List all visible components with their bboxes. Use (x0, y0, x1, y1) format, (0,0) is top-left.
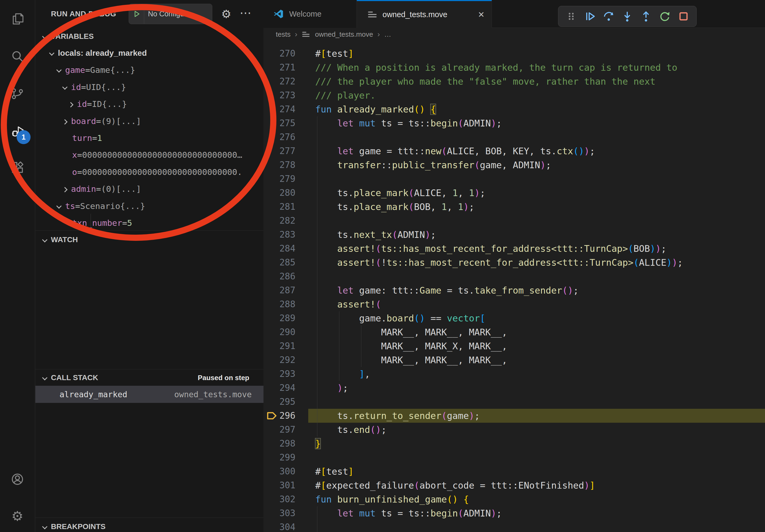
code-text[interactable]: MARK__, MARK__, MARK__, (315, 353, 507, 367)
code-text[interactable]: ts.end(); (315, 423, 386, 437)
call-stack-section-header[interactable]: CALL STACK Paused on step (42, 371, 257, 384)
code-text[interactable]: ], (315, 367, 370, 381)
line-number[interactable]: 301 (264, 478, 296, 492)
step-out-button[interactable] (640, 10, 652, 23)
search-icon[interactable] (10, 49, 24, 63)
breadcrumb-item-tests[interactable]: tests (276, 30, 291, 39)
code-text[interactable]: ts.place_mark(BOB, 1, 1); (315, 200, 474, 214)
line-number[interactable]: 292 (264, 353, 296, 367)
code-text[interactable]: ts.next_tx(ADMIN); (315, 228, 436, 242)
variable-row-o[interactable]: o = 0000000000000000000000000000000. (35, 164, 300, 179)
code-text[interactable]: MARK__, MARK_X, MARK__, (315, 339, 507, 353)
variable-row-txn_number[interactable]: txn_number = 5 (35, 215, 300, 230)
variable-row-id[interactable]: id = ID{...} (35, 97, 297, 112)
line-number[interactable]: 283 (264, 228, 296, 242)
line-number[interactable]: 285 (264, 256, 296, 269)
watch-section-header[interactable]: WATCH (42, 233, 78, 246)
line-number[interactable]: 281 (264, 200, 296, 214)
line-number[interactable]: 290 (264, 325, 296, 339)
code-text[interactable]: assert!(!ts::has_most_recent_for_address… (315, 256, 683, 269)
tab-welcome[interactable]: Welcome (264, 0, 357, 28)
variable-row-admin[interactable]: admin = (0)[...] (35, 181, 291, 196)
line-number[interactable]: 274 (264, 102, 296, 116)
line-number[interactable]: 272 (264, 75, 296, 89)
step-into-button[interactable] (621, 10, 634, 23)
code-text[interactable]: MARK__, MARK__, MARK__, (315, 325, 507, 339)
line-number[interactable]: 273 (264, 89, 296, 102)
account-icon[interactable] (10, 472, 24, 486)
code-text[interactable]: let mut ts = ts::begin(ADMIN); (315, 506, 502, 520)
code-text[interactable]: #[test] (315, 47, 354, 61)
line-number[interactable]: 278 (264, 158, 296, 172)
drag-handle[interactable] (565, 10, 578, 23)
line-number[interactable]: 282 (264, 214, 296, 228)
line-number[interactable]: 288 (264, 297, 296, 311)
line-number[interactable]: 279 (264, 172, 296, 186)
code-text[interactable]: assert!( (315, 297, 381, 311)
breakpoints-section-header[interactable]: BREAKPOINTS (42, 520, 106, 532)
code-text[interactable]: let game: ttt::Game = ts.take_from_sende… (315, 283, 579, 297)
code-text[interactable]: fun burn_unfinished_game() { (315, 492, 469, 506)
line-number[interactable]: 296 (264, 409, 296, 423)
code-text[interactable]: } (315, 437, 321, 450)
variable-row-board[interactable]: board = (9)[...] (35, 114, 291, 129)
call-stack-frame[interactable]: already_marked owned_tests.move (35, 386, 264, 403)
line-number[interactable]: 276 (264, 130, 296, 144)
code-text[interactable]: transfer::public_transfer(game, ADMIN); (315, 158, 551, 172)
line-number[interactable]: 295 (264, 395, 296, 409)
breadcrumb-item-more[interactable]: … (384, 30, 391, 39)
step-over-button[interactable] (602, 10, 615, 23)
variable-row-game[interactable]: game = Game{...} (35, 62, 285, 78)
extensions-icon[interactable] (10, 160, 24, 174)
variable-row-x[interactable]: x = 0000000000000000000000000000000… (35, 147, 300, 162)
line-number[interactable]: 280 (264, 186, 296, 200)
code-text[interactable]: fun already_marked() { (315, 102, 436, 116)
line-number[interactable]: 304 (264, 520, 296, 532)
line-number[interactable]: 270 (264, 47, 296, 61)
line-number[interactable]: 286 (264, 269, 296, 283)
settings-gear-icon[interactable]: ⚙ (10, 509, 24, 523)
code-text[interactable]: /// player. (315, 89, 376, 102)
line-number[interactable]: 293 (264, 367, 296, 381)
code-text[interactable]: let mut ts = ts::begin(ADMIN); (315, 116, 502, 130)
code-text[interactable]: #[test] (315, 464, 354, 478)
code-text[interactable]: /// When a position is already marked, t… (315, 61, 677, 75)
code-text[interactable]: #[expected_failure(abort_code = ttt::ENo… (315, 478, 595, 492)
code-text[interactable]: ); (315, 381, 348, 395)
line-number[interactable]: 302 (264, 492, 296, 506)
start-debug-icon[interactable] (133, 9, 141, 19)
code-text[interactable]: ts.place_mark(ALICE, 1, 1); (315, 186, 485, 200)
line-number[interactable]: 291 (264, 339, 296, 353)
more-actions-icon[interactable]: ⋯ (240, 6, 252, 20)
line-number[interactable]: 289 (264, 311, 296, 325)
line-number[interactable]: 300 (264, 464, 296, 478)
tab-owned-tests-move[interactable]: owned_tests.move ✕ (357, 0, 492, 28)
line-number[interactable]: 277 (264, 144, 296, 158)
restart-button[interactable] (658, 10, 671, 23)
line-number[interactable]: 284 (264, 242, 296, 256)
line-number[interactable]: 275 (264, 116, 296, 130)
line-number[interactable]: 271 (264, 61, 296, 75)
debug-settings-gear-icon[interactable]: ⚙ (220, 8, 233, 21)
variable-row-turn[interactable]: turn = 1 (35, 131, 300, 145)
variable-row-ts[interactable]: ts = Scenario{...} (35, 198, 285, 213)
variables-scope-row[interactable]: locals: already_marked (35, 46, 278, 61)
line-number[interactable]: 299 (264, 450, 296, 464)
code-text[interactable]: assert!(ts::has_most_recent_for_address<… (315, 242, 666, 256)
code-text[interactable]: ts.return_to_sender(game); (315, 409, 480, 423)
stop-button[interactable] (677, 10, 690, 23)
variables-section-header[interactable]: VARIABLES (42, 30, 94, 43)
source-control-icon[interactable] (10, 87, 24, 101)
continue-button[interactable] (583, 10, 596, 23)
line-number[interactable]: 287 (264, 283, 296, 297)
code-text[interactable]: /// the player who made the "false" move… (315, 75, 655, 89)
code-text[interactable]: let game = ttt::new(ALICE, BOB, KEY, ts.… (315, 144, 595, 158)
breadcrumb-item-file[interactable]: owned_tests.move (315, 30, 373, 39)
variable-row-id[interactable]: id = UID{...} (35, 80, 291, 95)
line-number[interactable]: 297 (264, 423, 296, 437)
line-number[interactable]: 298 (264, 437, 296, 450)
line-number[interactable]: 294 (264, 381, 296, 395)
code-text[interactable]: game.board() == vector[ (315, 311, 485, 325)
close-icon[interactable]: ✕ (478, 10, 485, 19)
line-number[interactable]: 303 (264, 506, 296, 520)
